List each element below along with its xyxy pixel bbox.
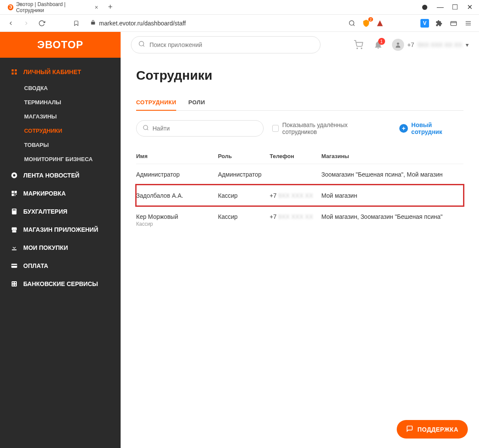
add-staff-label: Новый сотрудник (411, 121, 463, 135)
th-name: Имя (136, 153, 218, 159)
svg-rect-13 (15, 191, 17, 193)
lock-icon (90, 20, 96, 26)
tab-roles[interactable]: РОЛИ (188, 95, 205, 110)
extensions-icon[interactable] (434, 19, 444, 28)
nav-back-button[interactable] (6, 19, 16, 28)
app-search[interactable] (131, 36, 320, 53)
v-extension-icon[interactable]: V (420, 19, 429, 28)
support-button[interactable]: ПОДДЕРЖКА (397, 420, 468, 439)
svg-rect-16 (16, 194, 17, 195)
sidebar-item-store[interactable]: МАГАЗИН ПРИЛОЖЕНИЙ (0, 221, 121, 239)
bank-icon (10, 280, 18, 288)
staff-table: Имя Роль Телефон Магазины Администратор … (136, 149, 463, 234)
main: 1 +7 9XX XXX XX XX ▾ Сотрудники СОТРУДНИ… (121, 32, 479, 448)
user-phone-masked: 9XX XXX XX XX (418, 41, 463, 48)
svg-rect-7 (15, 69, 17, 72)
svg-rect-19 (13, 209, 16, 210)
svg-rect-12 (12, 191, 14, 193)
svg-rect-9 (15, 72, 17, 75)
accounting-icon (10, 208, 18, 215)
logo[interactable]: ЭВОТОР (0, 32, 121, 58)
window-maximize-button[interactable]: ☐ (449, 1, 461, 13)
svg-point-32 (361, 48, 362, 49)
url-field[interactable]: market.evotor.ru/dashboard/staff (87, 20, 341, 27)
wallet-icon[interactable] (449, 19, 458, 28)
window-close-button[interactable]: ✕ (463, 1, 476, 13)
sidebar-sub-summary[interactable]: СВОДКА (0, 81, 121, 95)
user-phone-prefix: +7 (407, 41, 414, 48)
sidebar-item-label: МАГАЗИН ПРИЛОЖЕНИЙ (23, 226, 98, 233)
svg-line-35 (147, 129, 148, 130)
chat-icon (406, 425, 413, 433)
checkbox-icon (272, 125, 279, 132)
sidebar-item-accounting[interactable]: БУХГАЛТЕРИЯ (0, 202, 121, 221)
sidebar-item-label: БАНКОВСКИЕ СЕРВИСЫ (23, 280, 98, 287)
svg-rect-28 (15, 284, 16, 286)
sidebar-item-payment[interactable]: ОПЛАТА (0, 257, 121, 275)
user-menu[interactable]: +7 9XX XXX XX XX ▾ (392, 39, 469, 51)
table-row[interactable]: Кер Моржовый Кассир Кассир +7 9XX XXX XX… (136, 206, 463, 234)
sidebar-item-label: ОПЛАТА (23, 262, 48, 269)
svg-point-31 (357, 48, 358, 49)
marking-icon (10, 190, 18, 197)
svg-line-1 (353, 25, 355, 26)
page-title: Сотрудники (136, 68, 463, 83)
browser-tab-bar: Э Эвотор | Dashboard | Сотрудники × + — … (0, 0, 479, 15)
download-icon (10, 244, 18, 252)
window-minimize-button[interactable]: — (434, 1, 446, 13)
svg-rect-14 (12, 194, 14, 196)
show-deleted-checkbox[interactable]: Показывать удалённых сотрудников (272, 121, 383, 135)
th-shops: Магазины (321, 153, 463, 159)
svg-point-11 (13, 174, 15, 176)
notifications-icon[interactable]: 1 (372, 39, 384, 51)
sidebar-sub-shops[interactable]: МАГАЗИНЫ (0, 109, 121, 124)
triangle-extension-icon[interactable] (376, 19, 384, 28)
tab-close-icon[interactable]: × (95, 4, 98, 11)
svg-rect-6 (12, 69, 14, 72)
cart-icon[interactable] (352, 39, 364, 51)
table-row[interactable]: Администратор Администратор Зоомагазин "… (136, 164, 463, 185)
sidebar-sub-monitoring[interactable]: МОНИТОРИНГ БИЗНЕСА (0, 152, 121, 166)
store-icon (10, 226, 18, 233)
sidebar-item-banking[interactable]: БАНКОВСКИЕ СЕРВИСЫ (0, 275, 121, 293)
notification-badge: 1 (378, 38, 385, 45)
cell-role: Кассир (218, 213, 270, 220)
cell-shops: Мой магазин, Зоомагазин "Бешеная псина" (321, 213, 463, 220)
sidebar-item-dashboard[interactable]: ЛИЧНЫЙ КАБИНЕТ (0, 63, 121, 81)
svg-rect-26 (15, 282, 16, 283)
svg-point-0 (349, 21, 354, 25)
nav-reload-button[interactable] (37, 19, 47, 28)
bookmark-icon[interactable] (72, 19, 81, 28)
table-search-input[interactable] (152, 125, 257, 132)
table-row[interactable]: Задолбалов А.А. Кассир +7 9XX XXX XX Мой… (136, 185, 463, 206)
add-staff-button[interactable]: + Новый сотрудник (399, 121, 463, 135)
sidebar-item-marking[interactable]: МАРКИРОВКА (0, 184, 121, 202)
tab-title: Эвотор | Dashboard | Сотрудники (16, 1, 90, 13)
sidebar-sub-goods[interactable]: ТОВАРЫ (0, 138, 121, 152)
show-deleted-label: Показывать удалённых сотрудников (282, 121, 382, 135)
zoom-icon[interactable] (347, 19, 357, 28)
shield-extension-icon[interactable]: 2 (362, 19, 370, 28)
topbar: 1 +7 9XX XXX XX XX ▾ (121, 32, 479, 58)
sidebar-item-purchases[interactable]: МОИ ПОКУПКИ (0, 239, 121, 257)
cell-phone: +7 9XX XXX XX (270, 192, 321, 199)
browser-tab[interactable]: Э Эвотор | Dashboard | Сотрудники × (3, 0, 103, 15)
sidebar-sub-terminals[interactable]: ТЕРМИНАЛЫ (0, 95, 121, 109)
new-tab-button[interactable]: + (105, 2, 115, 12)
app-search-input[interactable] (149, 41, 313, 48)
cell-name: Кер Моржовый (136, 213, 218, 220)
support-label: ПОДДЕРЖКА (417, 426, 458, 433)
menu-icon[interactable] (463, 19, 473, 28)
tab-staff[interactable]: СОТРУДНИКИ (136, 95, 176, 111)
svg-rect-15 (15, 194, 16, 195)
svg-rect-23 (11, 265, 17, 266)
sidebar-item-news[interactable]: ЛЕНТА НОВОСТЕЙ (0, 166, 121, 184)
tab-favicon-icon: Э (8, 4, 13, 10)
nav-forward-button[interactable] (22, 19, 31, 28)
cell-role: Кассир (218, 192, 270, 199)
table-search[interactable] (136, 120, 264, 137)
svg-rect-27 (12, 284, 14, 286)
sidebar-sub-staff[interactable]: СОТРУДНИКИ (0, 124, 121, 138)
window-dot-icon (422, 5, 427, 10)
tabs: СОТРУДНИКИ РОЛИ (136, 95, 463, 111)
